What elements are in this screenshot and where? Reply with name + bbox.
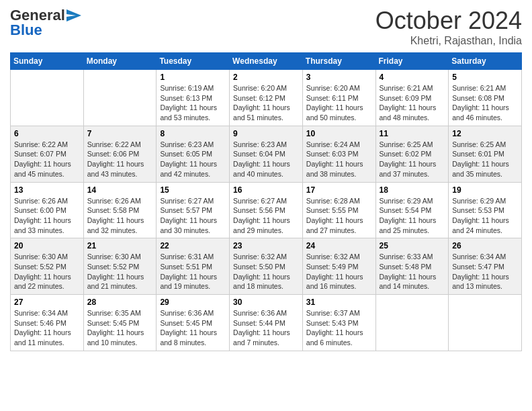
calendar-cell: 22Sunrise: 6:31 AMSunset: 5:51 PMDayligh… bbox=[157, 238, 230, 295]
day-number: 21 bbox=[87, 241, 153, 250]
day-info: Sunrise: 6:34 AMSunset: 5:47 PMDaylight:… bbox=[452, 252, 518, 291]
calendar-cell: 5Sunrise: 6:21 AMSunset: 6:08 PMDaylight… bbox=[449, 70, 522, 126]
logo: General Blue bbox=[10, 7, 81, 39]
calendar-cell bbox=[11, 70, 84, 126]
day-info: Sunrise: 6:29 AMSunset: 5:54 PMDaylight:… bbox=[380, 196, 445, 236]
calendar-cell bbox=[83, 70, 157, 126]
calendar-week-row: 6Sunrise: 6:22 AMSunset: 6:07 PMDaylight… bbox=[11, 126, 522, 182]
calendar-cell: 19Sunrise: 6:29 AMSunset: 5:53 PMDayligh… bbox=[449, 182, 522, 238]
day-number: 28 bbox=[87, 298, 153, 307]
calendar-week-row: 27Sunrise: 6:34 AMSunset: 5:46 PMDayligh… bbox=[11, 295, 522, 351]
day-number: 20 bbox=[14, 241, 80, 250]
calendar-cell: 18Sunrise: 6:29 AMSunset: 5:54 PMDayligh… bbox=[375, 182, 449, 238]
weekday-header: Tuesday bbox=[157, 53, 230, 70]
day-number: 18 bbox=[380, 185, 445, 195]
day-number: 25 bbox=[380, 241, 445, 250]
header: General Blue October 2024 Khetri, Rajast… bbox=[10, 7, 522, 47]
day-info: Sunrise: 6:26 AMSunset: 5:58 PMDaylight:… bbox=[87, 196, 153, 236]
day-info: Sunrise: 6:36 AMSunset: 5:44 PMDaylight:… bbox=[233, 308, 299, 348]
day-number: 19 bbox=[452, 185, 518, 195]
month-title: October 2024 bbox=[375, 7, 522, 35]
weekday-header: Thursday bbox=[302, 53, 375, 70]
calendar-cell: 3Sunrise: 6:20 AMSunset: 6:11 PMDaylight… bbox=[302, 70, 375, 126]
day-number: 9 bbox=[233, 129, 299, 138]
day-info: Sunrise: 6:24 AMSunset: 6:03 PMDaylight:… bbox=[306, 140, 372, 179]
calendar-cell: 10Sunrise: 6:24 AMSunset: 6:03 PMDayligh… bbox=[302, 126, 375, 182]
day-info: Sunrise: 6:25 AMSunset: 6:02 PMDaylight:… bbox=[380, 140, 445, 179]
calendar: SundayMondayTuesdayWednesdayThursdayFrid… bbox=[10, 52, 522, 351]
day-number: 5 bbox=[452, 73, 518, 82]
calendar-cell: 21Sunrise: 6:30 AMSunset: 5:52 PMDayligh… bbox=[83, 238, 157, 295]
day-number: 30 bbox=[233, 298, 299, 307]
day-info: Sunrise: 6:34 AMSunset: 5:46 PMDaylight:… bbox=[14, 308, 80, 348]
day-info: Sunrise: 6:22 AMSunset: 6:07 PMDaylight:… bbox=[14, 140, 80, 179]
calendar-cell: 4Sunrise: 6:21 AMSunset: 6:09 PMDaylight… bbox=[375, 70, 449, 126]
calendar-header-row: SundayMondayTuesdayWednesdayThursdayFrid… bbox=[11, 53, 522, 70]
calendar-cell: 2Sunrise: 6:20 AMSunset: 6:12 PMDaylight… bbox=[230, 70, 303, 126]
calendar-cell: 24Sunrise: 6:32 AMSunset: 5:49 PMDayligh… bbox=[302, 238, 375, 295]
day-number: 17 bbox=[306, 185, 372, 195]
day-info: Sunrise: 6:28 AMSunset: 5:55 PMDaylight:… bbox=[306, 196, 372, 236]
calendar-cell: 12Sunrise: 6:25 AMSunset: 6:01 PMDayligh… bbox=[449, 126, 522, 182]
day-info: Sunrise: 6:33 AMSunset: 5:48 PMDaylight:… bbox=[380, 252, 445, 291]
calendar-cell: 14Sunrise: 6:26 AMSunset: 5:58 PMDayligh… bbox=[83, 182, 157, 238]
weekday-header: Saturday bbox=[449, 53, 522, 70]
day-info: Sunrise: 6:29 AMSunset: 5:53 PMDaylight:… bbox=[452, 196, 518, 236]
calendar-cell: 26Sunrise: 6:34 AMSunset: 5:47 PMDayligh… bbox=[449, 238, 522, 295]
day-info: Sunrise: 6:31 AMSunset: 5:51 PMDaylight:… bbox=[160, 252, 226, 291]
day-number: 29 bbox=[160, 298, 226, 307]
weekday-header: Friday bbox=[375, 53, 449, 70]
day-info: Sunrise: 6:26 AMSunset: 6:00 PMDaylight:… bbox=[14, 196, 80, 236]
day-info: Sunrise: 6:22 AMSunset: 6:06 PMDaylight:… bbox=[87, 140, 153, 179]
day-number: 15 bbox=[160, 185, 226, 195]
day-number: 7 bbox=[87, 129, 153, 138]
day-info: Sunrise: 6:32 AMSunset: 5:49 PMDaylight:… bbox=[306, 252, 372, 291]
day-info: Sunrise: 6:21 AMSunset: 6:08 PMDaylight:… bbox=[452, 83, 518, 123]
title-block: October 2024 Khetri, Rajasthan, India bbox=[375, 7, 522, 47]
calendar-week-row: 1Sunrise: 6:19 AMSunset: 6:13 PMDaylight… bbox=[11, 70, 522, 126]
day-number: 1 bbox=[160, 73, 226, 82]
calendar-week-row: 20Sunrise: 6:30 AMSunset: 5:52 PMDayligh… bbox=[11, 238, 522, 295]
calendar-cell: 13Sunrise: 6:26 AMSunset: 6:00 PMDayligh… bbox=[11, 182, 84, 238]
calendar-cell: 30Sunrise: 6:36 AMSunset: 5:44 PMDayligh… bbox=[230, 295, 303, 351]
day-info: Sunrise: 6:20 AMSunset: 6:11 PMDaylight:… bbox=[306, 83, 372, 123]
day-number: 13 bbox=[14, 185, 80, 195]
calendar-cell: 7Sunrise: 6:22 AMSunset: 6:06 PMDaylight… bbox=[83, 126, 157, 182]
day-number: 16 bbox=[233, 185, 299, 195]
day-number: 26 bbox=[452, 241, 518, 250]
calendar-cell bbox=[449, 295, 522, 351]
calendar-week-row: 13Sunrise: 6:26 AMSunset: 6:00 PMDayligh… bbox=[11, 182, 522, 238]
day-number: 22 bbox=[160, 241, 226, 250]
day-info: Sunrise: 6:37 AMSunset: 5:43 PMDaylight:… bbox=[306, 308, 372, 348]
logo-blue: Blue bbox=[10, 21, 42, 39]
calendar-cell: 11Sunrise: 6:25 AMSunset: 6:02 PMDayligh… bbox=[375, 126, 449, 182]
day-number: 10 bbox=[306, 129, 372, 138]
day-number: 27 bbox=[14, 298, 80, 307]
calendar-cell: 27Sunrise: 6:34 AMSunset: 5:46 PMDayligh… bbox=[11, 295, 84, 351]
day-number: 6 bbox=[14, 129, 80, 138]
day-info: Sunrise: 6:35 AMSunset: 5:45 PMDaylight:… bbox=[87, 308, 153, 348]
day-info: Sunrise: 6:36 AMSunset: 5:45 PMDaylight:… bbox=[160, 308, 226, 348]
day-number: 12 bbox=[452, 129, 518, 138]
day-info: Sunrise: 6:27 AMSunset: 5:56 PMDaylight:… bbox=[233, 196, 299, 236]
calendar-cell bbox=[375, 295, 449, 351]
weekday-header: Monday bbox=[83, 53, 157, 70]
day-info: Sunrise: 6:32 AMSunset: 5:50 PMDaylight:… bbox=[233, 252, 299, 291]
day-number: 11 bbox=[380, 129, 445, 138]
calendar-cell: 8Sunrise: 6:23 AMSunset: 6:05 PMDaylight… bbox=[157, 126, 230, 182]
calendar-cell: 15Sunrise: 6:27 AMSunset: 5:57 PMDayligh… bbox=[157, 182, 230, 238]
calendar-cell: 17Sunrise: 6:28 AMSunset: 5:55 PMDayligh… bbox=[302, 182, 375, 238]
calendar-cell: 9Sunrise: 6:23 AMSunset: 6:04 PMDaylight… bbox=[230, 126, 303, 182]
day-info: Sunrise: 6:30 AMSunset: 5:52 PMDaylight:… bbox=[14, 252, 80, 291]
calendar-cell: 6Sunrise: 6:22 AMSunset: 6:07 PMDaylight… bbox=[11, 126, 84, 182]
day-number: 14 bbox=[87, 185, 153, 195]
calendar-cell: 31Sunrise: 6:37 AMSunset: 5:43 PMDayligh… bbox=[302, 295, 375, 351]
calendar-cell: 1Sunrise: 6:19 AMSunset: 6:13 PMDaylight… bbox=[157, 70, 230, 126]
calendar-cell: 23Sunrise: 6:32 AMSunset: 5:50 PMDayligh… bbox=[230, 238, 303, 295]
calendar-cell: 25Sunrise: 6:33 AMSunset: 5:48 PMDayligh… bbox=[375, 238, 449, 295]
calendar-cell: 16Sunrise: 6:27 AMSunset: 5:56 PMDayligh… bbox=[230, 182, 303, 238]
location: Khetri, Rajasthan, India bbox=[375, 35, 522, 47]
calendar-cell: 28Sunrise: 6:35 AMSunset: 5:45 PMDayligh… bbox=[83, 295, 157, 351]
svg-marker-0 bbox=[66, 9, 81, 21]
day-info: Sunrise: 6:21 AMSunset: 6:09 PMDaylight:… bbox=[380, 83, 445, 123]
